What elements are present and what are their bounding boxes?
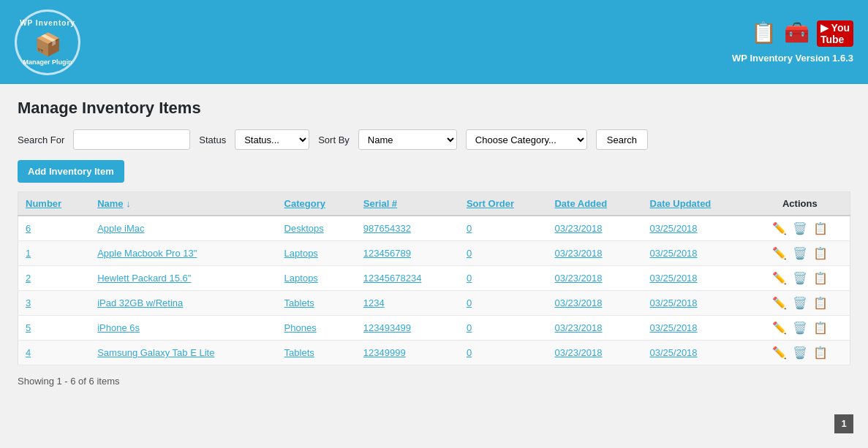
col-category[interactable]: Category [277,192,356,216]
delete-button[interactable]: 🗑️ [793,346,807,360]
sort-by-select[interactable]: Name Number Date Added Date Updated [358,129,457,150]
logo-circle: WP Inventory 📦 Manager Plugin [15,10,80,75]
cell-serial: 987654332 [356,216,459,241]
number-link[interactable]: 4 [26,347,31,358]
copy-button[interactable]: 📋 [813,296,828,310]
serial-link[interactable]: 12345678234 [363,273,422,284]
date-updated-link[interactable]: 03/25/2018 [650,347,698,358]
category-link[interactable]: Desktops [284,223,324,234]
cell-date-updated: 03/25/2018 [643,341,750,365]
date-added-link[interactable]: 03/23/2018 [554,347,602,358]
date-added-link[interactable]: 03/23/2018 [554,248,602,259]
table-row: 5 iPhone 6s Phones 123493499 0 03/23/201… [18,316,850,341]
sort-order-link[interactable]: 0 [467,347,472,358]
delete-button[interactable]: 🗑️ [793,246,807,260]
status-select[interactable]: Status... Active Inactive [235,129,309,150]
serial-link[interactable]: 1234 [363,297,385,308]
name-link[interactable]: Apple iMac [97,223,144,234]
name-link[interactable]: Hewlett Packard 15.6" [97,273,191,284]
table-row: 2 Hewlett Packard 15.6" Laptops 12345678… [18,266,850,291]
name-link[interactable]: Apple Macbook Pro 13" [97,248,197,259]
col-serial[interactable]: Serial # [356,192,459,216]
search-button[interactable]: Search [596,129,648,150]
number-link[interactable]: 1 [26,248,31,259]
serial-link[interactable]: 123493499 [363,322,411,333]
cell-actions: ✏️ 🗑️ 📋 [750,241,850,266]
date-added-link[interactable]: 03/23/2018 [554,273,602,284]
category-select[interactable]: Choose Category... Desktops Laptops Phon… [466,129,587,150]
sort-order-link[interactable]: 0 [467,297,472,308]
delete-button[interactable]: 🗑️ [793,321,807,335]
date-updated-link[interactable]: 03/25/2018 [650,248,698,259]
main-content: Manage Inventory Items Search For Status… [0,84,868,401]
category-link[interactable]: Tablets [284,297,314,308]
col-sort-order[interactable]: Sort Order [459,192,548,216]
cell-number: 1 [18,241,91,266]
copy-button[interactable]: 📋 [813,346,828,360]
cell-category: Tablets [277,341,356,365]
name-link[interactable]: iPad 32GB w/Retina [97,297,183,308]
copy-button[interactable]: 📋 [813,221,828,235]
number-link[interactable]: 3 [26,297,31,308]
table-row: 6 Apple iMac Desktops 987654332 0 03/23/… [18,216,850,241]
edit-button[interactable]: ✏️ [772,346,787,360]
delete-button[interactable]: 🗑️ [793,296,807,310]
date-added-link[interactable]: 03/23/2018 [554,223,602,234]
category-link[interactable]: Tablets [284,347,314,358]
cell-date-added: 03/23/2018 [547,266,642,291]
cell-category: Phones [277,316,356,341]
search-for-input[interactable] [73,129,190,150]
edit-button[interactable]: ✏️ [772,296,787,310]
edit-button[interactable]: ✏️ [772,271,787,285]
page-title: Manage Inventory Items [18,99,850,118]
date-added-link[interactable]: 03/23/2018 [554,322,602,333]
cell-serial: 123456789 [356,241,459,266]
delete-button[interactable]: 🗑️ [793,221,807,235]
edit-button[interactable]: ✏️ [772,221,787,235]
search-for-label: Search For [18,134,64,145]
serial-link[interactable]: 987654332 [363,223,411,234]
edit-button[interactable]: ✏️ [772,246,787,260]
number-link[interactable]: 6 [26,223,31,234]
date-updated-link[interactable]: 03/25/2018 [650,273,698,284]
add-inventory-button[interactable]: Add Inventory Item [18,160,124,183]
medkit-icon[interactable]: 🧰 [784,20,809,47]
copy-button[interactable]: 📋 [813,246,828,260]
number-link[interactable]: 5 [26,322,31,333]
category-link[interactable]: Laptops [284,248,318,259]
cell-name: iPad 32GB w/Retina [90,291,276,316]
date-updated-link[interactable]: 03/25/2018 [650,297,698,308]
sort-order-link[interactable]: 0 [467,248,472,259]
document-icon[interactable]: 📋 [751,20,777,47]
number-link[interactable]: 2 [26,273,31,284]
name-link[interactable]: iPhone 6s [97,322,140,333]
col-actions: Actions [750,192,850,216]
serial-link[interactable]: 123456789 [363,248,411,259]
sort-order-link[interactable]: 0 [467,273,472,284]
copy-button[interactable]: 📋 [813,271,828,285]
col-name[interactable]: Name ↓ [90,192,276,216]
sort-order-link[interactable]: 0 [467,223,472,234]
copy-button[interactable]: 📋 [813,321,828,335]
cell-number: 6 [18,216,91,241]
edit-button[interactable]: ✏️ [772,321,787,335]
col-date-updated[interactable]: Date Updated [643,192,750,216]
serial-link[interactable]: 12349999 [363,347,406,358]
category-link[interactable]: Phones [284,322,317,333]
box-icon: 📦 [34,31,61,57]
table-row: 1 Apple Macbook Pro 13" Laptops 12345678… [18,241,850,266]
sort-order-link[interactable]: 0 [467,322,472,333]
col-number[interactable]: Number [18,192,91,216]
delete-button[interactable]: 🗑️ [793,271,807,285]
category-link[interactable]: Laptops [284,273,318,284]
toolbar: Search For Status Status... Active Inact… [18,129,850,150]
col-date-added[interactable]: Date Added [547,192,642,216]
date-added-link[interactable]: 03/23/2018 [554,297,602,308]
cell-sort-order: 0 [459,291,548,316]
inventory-table: Number Name ↓ Category Serial # Sort Ord… [18,191,850,365]
name-link[interactable]: Samsung Galaxy Tab E Lite [97,347,214,358]
youtube-icon[interactable]: ▶ YouTube [817,20,853,47]
date-updated-link[interactable]: 03/25/2018 [650,223,698,234]
logo-text-bottom: Manager Plugin [23,58,72,66]
date-updated-link[interactable]: 03/25/2018 [650,322,698,333]
